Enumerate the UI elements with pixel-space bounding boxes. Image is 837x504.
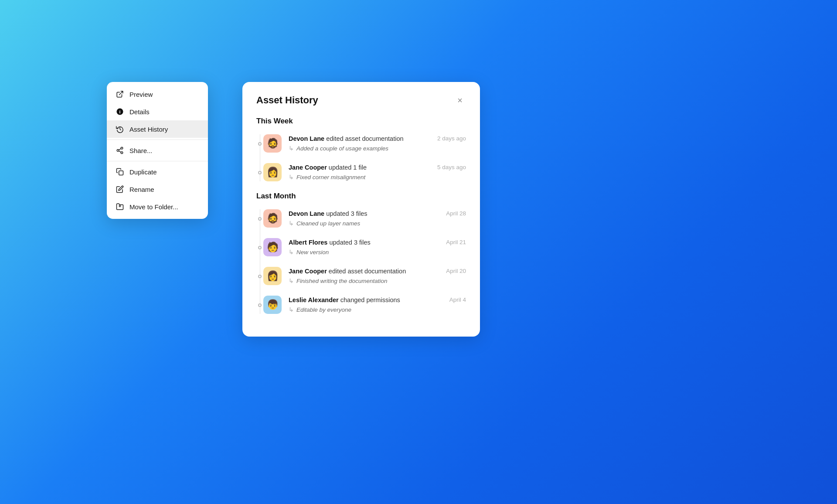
item-main: Albert Flores updated 3 files April 21 <box>289 238 466 247</box>
avatar: 🧔 <box>263 134 282 153</box>
avatar: 🧔 <box>263 209 282 228</box>
svg-line-6 <box>119 151 121 152</box>
item-note: Finished writing the documentation <box>289 277 466 284</box>
item-time: April 20 <box>446 267 466 274</box>
timeline-dot <box>258 217 262 221</box>
menu-item-duplicate[interactable]: Duplicate <box>107 163 208 180</box>
section-last-month: Last Month 🧔 Devon Lane updated 3 files … <box>256 192 466 314</box>
item-time: 5 days ago <box>437 163 466 170</box>
duplicate-icon <box>116 167 124 176</box>
item-user: Jane Cooper <box>289 268 327 275</box>
menu-item-move-to-folder[interactable]: Move to Folder... <box>107 198 208 215</box>
menu-label-rename: Rename <box>129 186 154 193</box>
menu-item-preview[interactable]: Preview <box>107 85 208 103</box>
item-user: Devon Lane <box>289 135 324 142</box>
info-icon: i <box>116 107 124 116</box>
item-user: Devon Lane <box>289 210 324 217</box>
item-content: Jane Cooper updated 1 file 5 days ago Fi… <box>289 163 466 180</box>
item-user: Albert Flores <box>289 239 327 246</box>
item-content: Devon Lane updated 3 files April 28 Clea… <box>289 209 466 227</box>
divider-2 <box>107 161 208 161</box>
folder-icon <box>116 202 124 211</box>
svg-rect-8 <box>119 171 123 175</box>
item-main: Devon Lane edited asset documentation 2 … <box>289 134 466 143</box>
close-button[interactable]: × <box>454 94 466 106</box>
item-text: Jane Cooper edited asset documentation <box>289 267 406 276</box>
section-this-week: This Week 🧔 Devon Lane edited asset docu… <box>256 117 466 181</box>
list-item: 🧑 Albert Flores updated 3 files April 21… <box>263 238 466 256</box>
item-time: April 28 <box>446 209 466 217</box>
pencil-icon <box>116 185 124 194</box>
item-content: Leslie Alexander changed permissions Apr… <box>289 296 466 313</box>
timeline-last-month: 🧔 Devon Lane updated 3 files April 28 Cl… <box>256 209 466 314</box>
section-label-this-week: This Week <box>256 117 466 126</box>
item-time: April 21 <box>446 238 466 245</box>
svg-text:i: i <box>119 109 121 114</box>
timeline-dot <box>258 246 262 249</box>
timeline-dot <box>258 142 262 146</box>
item-time: 2 days ago <box>437 134 466 142</box>
item-text: Devon Lane updated 3 files <box>289 209 367 218</box>
item-text: Albert Flores updated 3 files <box>289 238 371 247</box>
avatar: 👦 <box>263 296 282 314</box>
panel-title: Asset History <box>256 95 318 106</box>
history-icon <box>116 125 124 133</box>
svg-line-0 <box>119 91 123 95</box>
menu-item-asset-history[interactable]: Asset History <box>107 120 208 138</box>
menu-item-details[interactable]: i Details <box>107 103 208 120</box>
item-main: Jane Cooper edited asset documentation A… <box>289 267 466 276</box>
menu-label-details: Details <box>129 108 150 116</box>
menu-label-duplicate: Duplicate <box>129 168 157 176</box>
item-note: Added a couple of usage examples <box>289 145 466 152</box>
panel-header: Asset History × <box>256 94 466 106</box>
item-main: Devon Lane updated 3 files April 28 <box>289 209 466 218</box>
external-link-icon <box>116 90 124 99</box>
list-item: 🧔 Devon Lane edited asset documentation … <box>263 134 466 153</box>
item-content: Albert Flores updated 3 files April 21 N… <box>289 238 466 255</box>
item-time: April 4 <box>449 296 466 303</box>
item-note: Fixed corner misalignment <box>289 174 466 180</box>
item-content: Devon Lane edited asset documentation 2 … <box>289 134 466 152</box>
timeline-dot <box>258 275 262 278</box>
item-user: Leslie Alexander <box>289 296 339 303</box>
section-label-last-month: Last Month <box>256 192 466 201</box>
list-item: 👩 Jane Cooper updated 1 file 5 days ago … <box>263 163 466 181</box>
avatar: 👩 <box>263 267 282 285</box>
item-text: Devon Lane edited asset documentation <box>289 134 404 143</box>
item-text: Leslie Alexander changed permissions <box>289 296 400 304</box>
share-icon <box>116 146 124 155</box>
timeline-dot <box>258 303 262 307</box>
list-item: 👩 Jane Cooper edited asset documentation… <box>263 267 466 285</box>
menu-label-asset-history: Asset History <box>129 126 168 133</box>
timeline-dot <box>258 171 262 174</box>
list-item: 🧔 Devon Lane updated 3 files April 28 Cl… <box>263 209 466 228</box>
avatar: 🧑 <box>263 238 282 256</box>
menu-label-share: Share... <box>129 147 153 154</box>
item-note: Editable by everyone <box>289 306 466 313</box>
divider-1 <box>107 140 208 140</box>
menu-label-preview: Preview <box>129 91 153 98</box>
timeline-this-week: 🧔 Devon Lane edited asset documentation … <box>256 134 466 181</box>
context-menu: Preview i Details Asset History <box>107 82 208 219</box>
menu-label-move-to-folder: Move to Folder... <box>129 203 178 211</box>
item-note: New version <box>289 249 466 255</box>
menu-item-rename[interactable]: Rename <box>107 180 208 198</box>
svg-line-7 <box>119 149 121 150</box>
history-panel: Asset History × This Week 🧔 Devon Lane e… <box>242 82 480 337</box>
item-note: Cleaned up layer names <box>289 220 466 227</box>
item-main: Leslie Alexander changed permissions Apr… <box>289 296 466 304</box>
avatar: 👩 <box>263 163 282 181</box>
item-main: Jane Cooper updated 1 file 5 days ago <box>289 163 466 172</box>
item-content: Jane Cooper edited asset documentation A… <box>289 267 466 284</box>
list-item: 👦 Leslie Alexander changed permissions A… <box>263 296 466 314</box>
menu-item-share[interactable]: Share... <box>107 142 208 159</box>
item-user: Jane Cooper <box>289 164 327 171</box>
item-text: Jane Cooper updated 1 file <box>289 163 367 172</box>
